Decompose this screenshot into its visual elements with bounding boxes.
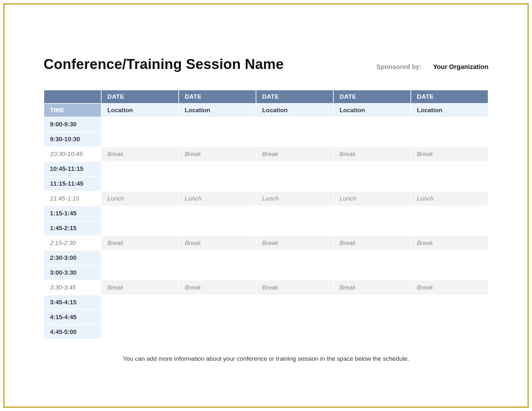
time-cell: 3:30-3:45 bbox=[44, 280, 101, 295]
schedule-cell: Break bbox=[102, 280, 178, 295]
schedule-cell bbox=[411, 295, 488, 310]
schedule-cell: Break bbox=[102, 236, 178, 251]
date-header: DATE bbox=[102, 90, 178, 104]
schedule-cell bbox=[179, 162, 256, 177]
time-cell: 11:45-1:15 bbox=[44, 191, 101, 206]
header-corner-cell bbox=[44, 90, 101, 104]
time-cell: 4:15-4:45 bbox=[44, 310, 101, 325]
schedule-cell bbox=[102, 206, 178, 221]
schedule-cell: Break bbox=[256, 280, 333, 295]
table-row: 2:15-2:30BreakBreakBreakBreakBreak bbox=[44, 236, 488, 251]
schedule-cell: Break bbox=[102, 147, 178, 162]
schedule-cell bbox=[334, 266, 410, 280]
table-row: 10:30-10:45BreakBreakBreakBreakBreak bbox=[44, 147, 488, 162]
schedule-cell bbox=[334, 162, 410, 177]
schedule-cell bbox=[256, 310, 333, 325]
schedule-cell bbox=[102, 162, 178, 177]
schedule-cell bbox=[411, 117, 488, 132]
header-row: Conference/Training Session Name Sponsor… bbox=[44, 56, 488, 72]
schedule-cell bbox=[411, 177, 488, 191]
table-row: 11:15-11:45 bbox=[44, 177, 488, 191]
schedule-cell bbox=[102, 132, 178, 147]
date-header: DATE bbox=[179, 90, 256, 104]
schedule-cell bbox=[411, 206, 488, 221]
schedule-cell bbox=[411, 132, 488, 147]
schedule-cell bbox=[411, 266, 488, 280]
time-cell: 1:45-2:15 bbox=[44, 221, 101, 236]
schedule-cell bbox=[102, 266, 178, 280]
page-frame: Conference/Training Session Name Sponsor… bbox=[3, 3, 529, 408]
date-header: DATE bbox=[411, 90, 488, 104]
schedule-cell bbox=[256, 295, 333, 310]
schedule-cell bbox=[179, 325, 256, 340]
footer-note: You can add more information about your … bbox=[44, 355, 488, 362]
schedule-cell bbox=[102, 325, 178, 340]
schedule-cell bbox=[256, 177, 333, 191]
time-cell: 3:45-4:15 bbox=[44, 295, 101, 310]
schedule-cell bbox=[334, 177, 410, 191]
schedule-cell bbox=[411, 310, 488, 325]
table-row: 10:45-11:15 bbox=[44, 162, 488, 177]
schedule-cell bbox=[179, 251, 256, 266]
table-row: 2:30-3:00 bbox=[44, 251, 488, 266]
location-subheader: Location bbox=[256, 104, 333, 117]
schedule-cell bbox=[334, 117, 410, 132]
schedule-cell bbox=[102, 251, 178, 266]
schedule-cell bbox=[334, 221, 410, 236]
schedule-cell: Lunch bbox=[256, 191, 333, 206]
table-row: 1:15-1:45 bbox=[44, 206, 488, 221]
schedule-cell: Break bbox=[256, 147, 333, 162]
table-row: 3:30-3:45BreakBreakBreakBreakBreak bbox=[44, 280, 488, 295]
schedule-cell bbox=[411, 221, 488, 236]
table-row: 1:45-2:15 bbox=[44, 221, 488, 236]
schedule-cell: Break bbox=[411, 280, 488, 295]
time-cell: 10:45-11:15 bbox=[44, 162, 101, 177]
time-cell: 3:00-3:30 bbox=[44, 266, 101, 280]
date-header: DATE bbox=[334, 90, 410, 104]
table-header-row-2: TIME Location Location Location Location… bbox=[44, 104, 488, 117]
table-row: 9:30-10:30 bbox=[44, 132, 488, 147]
table-header-row-1: DATE DATE DATE DATE DATE bbox=[44, 90, 488, 104]
schedule-cell bbox=[179, 310, 256, 325]
schedule-cell bbox=[334, 295, 410, 310]
table-row: 9:00-9:30 bbox=[44, 117, 488, 132]
table-row: 11:45-1:15LunchLunchLunchLunchLunch bbox=[44, 191, 488, 206]
location-subheader: Location bbox=[334, 104, 410, 117]
schedule-cell: Break bbox=[179, 147, 256, 162]
sponsor-block: Sponsored by: Your Organization bbox=[376, 63, 488, 71]
schedule-table: DATE DATE DATE DATE DATE TIME Location L… bbox=[44, 90, 488, 340]
schedule-cell bbox=[102, 177, 178, 191]
location-subheader: Location bbox=[411, 104, 488, 117]
time-cell: 11:15-11:45 bbox=[44, 177, 101, 191]
schedule-cell: Break bbox=[334, 280, 410, 295]
schedule-cell bbox=[411, 251, 488, 266]
schedule-cell bbox=[334, 132, 410, 147]
time-cell: 9:30-10:30 bbox=[44, 132, 101, 147]
schedule-cell bbox=[179, 221, 256, 236]
schedule-cell bbox=[334, 251, 410, 266]
page-title: Conference/Training Session Name bbox=[44, 56, 284, 72]
date-header: DATE bbox=[256, 90, 333, 104]
page-content: Conference/Training Session Name Sponsor… bbox=[44, 5, 488, 362]
table-row: 4:15-4:45 bbox=[44, 310, 488, 325]
schedule-cell: Lunch bbox=[179, 191, 256, 206]
time-cell: 1:15-1:45 bbox=[44, 206, 101, 221]
table-row: 4:45-5:00 bbox=[44, 325, 488, 340]
schedule-cell: Lunch bbox=[411, 191, 488, 206]
schedule-cell bbox=[334, 310, 410, 325]
schedule-cell bbox=[102, 310, 178, 325]
schedule-cell bbox=[256, 221, 333, 236]
time-cell: 4:45-5:00 bbox=[44, 325, 101, 340]
schedule-cell bbox=[256, 251, 333, 266]
schedule-cell bbox=[256, 325, 333, 340]
schedule-cell: Lunch bbox=[102, 191, 178, 206]
schedule-cell bbox=[102, 295, 178, 310]
sponsor-organization: Your Organization bbox=[433, 63, 488, 71]
schedule-cell bbox=[411, 162, 488, 177]
location-subheader: Location bbox=[102, 104, 178, 117]
schedule-cell: Break bbox=[179, 280, 256, 295]
schedule-cell bbox=[179, 266, 256, 280]
table-row: 3:00-3:30 bbox=[44, 266, 488, 280]
schedule-cell bbox=[179, 177, 256, 191]
schedule-cell: Break bbox=[179, 236, 256, 251]
